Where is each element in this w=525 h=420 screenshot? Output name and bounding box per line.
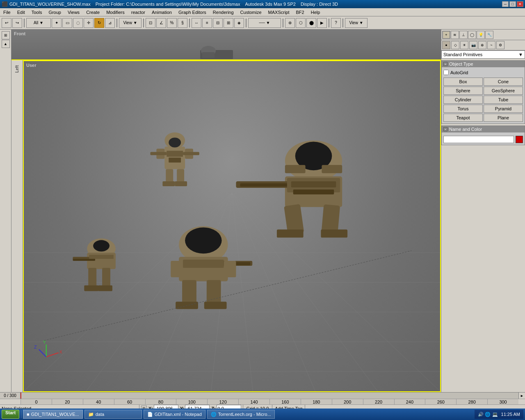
menu-tools[interactable]: Tools [28,8,46,16]
scale-button[interactable]: ⊿ [105,18,115,28]
name-color-header[interactable]: - Name and Color [442,126,525,132]
align-button[interactable]: ≡ [202,18,212,28]
minimize-button[interactable]: ─ [502,1,509,7]
menu-file[interactable]: File [0,8,14,16]
systems-btn[interactable]: ⚙ [496,41,504,49]
hierarchy-panel-btn[interactable]: ⊥ [459,31,468,39]
front-viewport-svg [11,30,441,59]
select-region-button[interactable]: ▭ [62,18,72,28]
percent-snap[interactable]: % [167,18,177,28]
color-swatch[interactable] [516,136,523,143]
snap-toggle[interactable]: ⊡ [146,18,155,28]
teapot-button[interactable]: Teapot [443,114,483,122]
toolbar-sep7 [329,18,329,27]
render-scene[interactable]: ⬤ [306,18,316,28]
taskbar-right-area: 🔊 🌐 💻 11:25 AM [475,410,523,419]
frame-counter-display[interactable]: 0 / 300 [0,393,21,399]
normal-align[interactable]: ⊞ [224,18,233,28]
svg-rect-23 [166,169,173,183]
lights-btn[interactable]: ☀ [460,41,468,49]
menu-animation[interactable]: Animation [148,8,175,16]
select-button[interactable]: ✦ [52,18,62,28]
maximize-button[interactable]: □ [509,1,516,7]
motion-panel-btn[interactable]: ◯ [468,31,476,39]
undo-button[interactable]: ↩ [2,18,11,28]
start-button[interactable]: Start [2,410,19,419]
taskbar-item-browser[interactable]: 🌐 TorrentLeech.org - Micro... [207,410,275,419]
taskbar-item-data[interactable]: 📁 data [84,410,142,419]
named-sel-sets[interactable]: ── ▼ [248,18,281,28]
view-dropdown[interactable]: View ▼ [119,18,142,28]
rotate-button[interactable]: ↻ [94,18,104,28]
display-panel-btn[interactable]: 💡 [477,31,485,39]
menu-customize[interactable]: Customize [237,8,265,16]
sphere-button[interactable]: Sphere [443,87,483,95]
mirror-button[interactable]: ↔ [192,18,201,28]
left-icon-2[interactable]: ▲ [2,40,10,48]
object-type-grid: Box Cone Sphere GeoSphere Cylinder Tube … [443,78,523,122]
select-filter-dropdown[interactable]: All ▼ [26,18,51,28]
object-type-header[interactable]: - Object Type [442,61,525,67]
utilities-panel-btn[interactable]: 🔧 [485,31,493,39]
left-icon-1[interactable]: ⊞ [2,31,10,39]
front-viewport-bg [11,30,441,59]
help-button[interactable]: ? [331,18,341,28]
modify-panel-btn[interactable]: ≋ [451,31,459,39]
create-panel-btn[interactable]: + [442,31,450,39]
menu-modifiers[interactable]: Modifiers [103,8,128,16]
plane-button[interactable]: Plane [484,114,523,122]
toolbar-sep8 [342,18,343,27]
autogrid-checkbox[interactable] [443,70,449,75]
taskbar-item-3dsmax[interactable]: ■ GDI_TITAN1_WOLVE... [23,410,83,419]
select-lasso-button[interactable]: ◌ [73,18,83,28]
move-button[interactable]: ✛ [84,18,94,28]
menu-graph-editors[interactable]: Graph Editors [175,8,210,16]
angle-snap[interactable]: ∠ [156,18,166,28]
cone-button[interactable]: Cone [484,78,523,86]
cameras-btn[interactable]: 📷 [469,41,477,49]
geometry-btn[interactable]: ● [442,41,450,49]
primitive-type-dropdown[interactable]: Standard Primitives ▼ [441,50,525,59]
menu-group[interactable]: Group [45,8,64,16]
front-viewport[interactable]: Front [11,30,441,60]
svg-rect-57 [322,165,342,173]
menu-edit[interactable]: Edit [14,8,28,16]
taskbar-item-notepad[interactable]: 📄 GDITitan.xml - Notepad [144,410,205,419]
timeline-cursor [21,393,21,399]
menu-create[interactable]: Create [83,8,103,16]
svg-rect-32 [88,268,96,288]
menu-bf2[interactable]: BF2 [293,8,308,16]
spinner-snap[interactable]: § [178,18,187,28]
collapse-btn[interactable]: - [443,62,447,66]
menu-maxscript[interactable]: MAXScript [265,8,293,16]
object-name-input[interactable] [443,136,514,143]
align-view-button[interactable]: ⊟ [213,18,223,28]
schematic-view[interactable]: ⊛ [285,18,295,28]
menu-reactor[interactable]: reactor [128,8,148,16]
box-button[interactable]: Box [443,78,483,86]
shapes-btn[interactable]: ◇ [451,41,459,49]
redo-button[interactable]: ↪ [12,18,22,28]
torus-button[interactable]: Torus [443,105,483,113]
helpers-btn[interactable]: ⊕ [478,41,486,49]
menu-help[interactable]: Help [308,8,324,16]
svg-text:Y: Y [43,340,46,345]
tube-button[interactable]: Tube [484,96,523,104]
material-editor[interactable]: ⬡ [296,18,306,28]
view-dropdown2[interactable]: View ▼ [345,18,368,28]
close-button[interactable]: ✕ [517,1,523,7]
menu-rendering[interactable]: Rendering [210,8,237,16]
menu-views[interactable]: Views [64,8,83,16]
spacewarps-btn[interactable]: ~ [487,41,495,49]
pyramid-button[interactable]: Pyramid [484,105,523,113]
quick-render[interactable]: ▶ [317,18,327,28]
taskbar-3dsmax-label: GDI_TITAN1_WOLVE... [31,412,79,417]
timeline-scroll-right[interactable]: ► [518,393,525,399]
geosphere-button[interactable]: GeoSphere [484,87,523,95]
name-color-collapse-btn[interactable]: - [443,127,447,131]
user-viewport[interactable]: User [23,60,441,392]
timeline-track[interactable] [21,393,518,399]
cylinder-button[interactable]: Cylinder [443,96,483,104]
place-highlight[interactable]: ◈ [234,18,244,28]
svg-rect-24 [177,169,184,183]
